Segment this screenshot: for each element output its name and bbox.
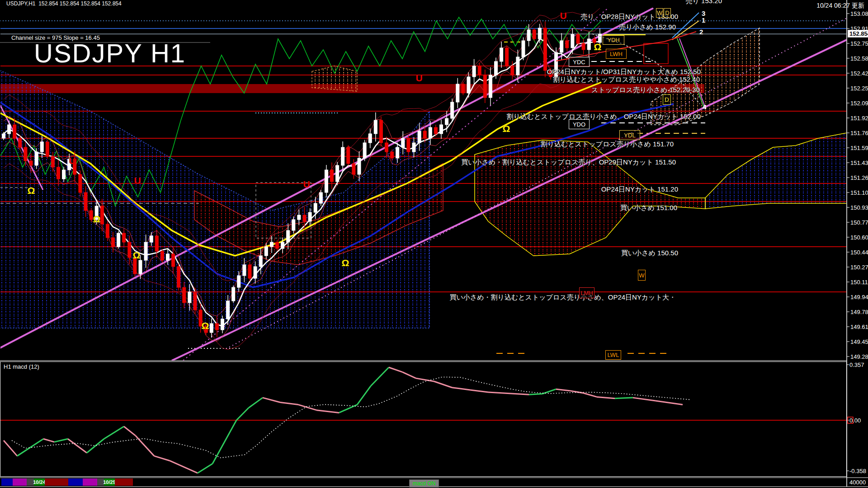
candle-bull [571,34,574,48]
trade-annotation: ストップロス売り小さめ 152.20-30 [591,86,700,94]
price-axis-label: 152.420 [850,70,868,77]
annotation-cutoff-top: 売り 153.20 [686,0,722,5]
window-title: USDJPY,H1 152.854 152.854 152.854 152.85… [6,0,122,7]
candle-bear [172,254,175,267]
session-segment [1,479,13,486]
buy-signal-icon: Ω [202,320,209,331]
session-segment [45,479,68,486]
level-box-ydh: YDH [603,35,624,45]
wave-label-4: 4 [703,103,706,111]
sell-signal-icon: U [415,73,422,84]
candle-bear [423,131,426,138]
level-box-d: D [663,94,671,105]
session-segment [13,479,27,486]
candle-bull [314,203,317,212]
candle-bear [100,206,104,224]
session-segment [83,479,97,486]
trade-annotation: OP24日NYカット 151.20 [601,185,678,194]
candle-bear [533,30,536,39]
price-axis-label: 152.750 [850,40,868,47]
candle-bull [144,242,147,260]
cloud-blue-left [0,70,429,328]
candle-bear [379,120,382,143]
candle-bull [254,267,257,278]
buy-signal-icon: Ω [93,214,101,225]
session-date-segment: 10/25 [104,479,115,486]
candle-bear [90,211,93,220]
volume-axis-label: 40000 [849,479,866,486]
macd-axis-label: 0.357 [849,361,864,368]
candle-bear [112,238,115,247]
candle-bull [440,125,443,134]
candle-bear [123,233,126,242]
candle-bull [40,142,43,152]
candle-bull [374,120,377,134]
level-box-ydo: YDO [569,119,590,129]
candle-bull [226,301,230,319]
candle-bull [560,41,563,52]
candle-bull [297,215,301,220]
macd-toggle-button[interactable]: macd ON [409,479,439,488]
candle-bull [336,165,339,182]
price-axis-label: 153.080 [850,10,868,17]
candle-bear [193,292,197,310]
candle-bear [24,147,27,161]
session-segment [115,479,133,486]
trade-annotation: 買い小さめ・割り込むとストップロス売り小さめ、OP24日NYカット大・ [449,293,676,302]
candle-bull [35,152,38,165]
candle-bull [259,256,262,267]
sell-signal-icon: U [69,155,75,166]
price-axis-label: 150.440 [850,249,868,256]
candle-bull [401,138,405,147]
sell-signal-icon: U [134,175,141,186]
price-axis-label: 151.925 [850,115,868,122]
candle-bull [210,324,213,333]
candle-bull [232,287,235,301]
candle-bear [46,142,49,156]
candle-bear [462,84,465,93]
wave-label-1: 1 [702,16,705,24]
candle-bull [292,220,295,230]
candle-bear [29,161,33,165]
wave-label-2: 2 [699,28,703,36]
candle-bull [281,242,284,249]
candle-bull [188,292,191,303]
trading-app-window: USDJPY,H1 152.854 152.854 152.854 152.85… [0,0,868,488]
candle-bear [128,242,131,258]
candle-bear [434,127,437,134]
candle-bear [160,251,164,260]
candle-bull [341,147,344,165]
price-axis-label: 150.110 [850,279,868,286]
candle-bear [505,48,509,66]
cloud-blue-right [705,133,847,209]
candle-bull [139,260,142,274]
trade-annotation: 売り小さめ 152.90 [619,23,676,32]
candle-bull [456,84,459,102]
buy-signal-icon: Ω [594,42,602,52]
macd-axis-label: 0.00 [849,417,861,424]
candle-bull [150,236,153,242]
last-updated-timestamp: 10/24 06:27 更新 [816,2,864,10]
candle-bull [467,77,470,93]
trade-annotation: 割り込むとストップロス売りやや小さめ 152.40 [553,75,700,84]
candle-bull [221,319,224,330]
candle-bull [363,143,366,158]
candle-bear [183,287,186,303]
session-date-label: 10/25 [104,479,115,486]
price-axis-label: 151.760 [850,130,868,136]
candle-bear [511,66,514,75]
price-axis-label: 150.275 [850,264,868,271]
price-axis-label: 151.265 [850,174,868,181]
candle-bull [522,41,525,57]
candle-bear [57,167,60,179]
level-box-lwl: LWL [605,350,621,360]
chart-canvas[interactable] [0,0,868,488]
candle-bear [79,174,82,192]
candle-bull [527,30,530,41]
trade-annotation: 割り込むとストップロス売り小さめ 151.70 [541,140,674,149]
candle-bull [270,242,273,247]
candle-bear [106,224,109,238]
price-axis-label: 152.585 [850,55,868,62]
candle-bear [303,215,306,221]
candle-bull [237,276,241,287]
